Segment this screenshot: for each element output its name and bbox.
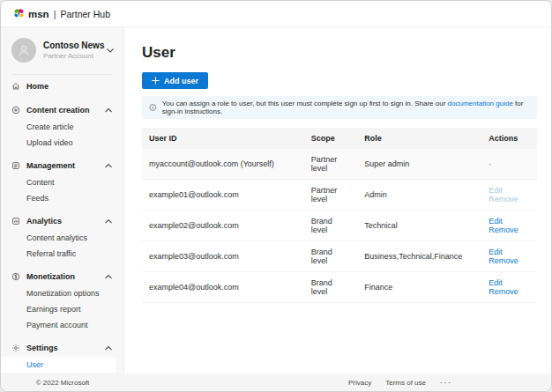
table-row: example01@outlook.com Partner level Admi… <box>142 180 537 211</box>
monetization-icon <box>11 272 20 281</box>
chevron-down-icon <box>106 47 115 54</box>
chevron-up-icon <box>104 218 113 225</box>
cell-user-id: example04@outlook.com <box>142 272 304 303</box>
documentation-guide-link[interactable]: documentation guide <box>448 100 513 107</box>
more-options-ellipsis[interactable]: ··· <box>440 379 452 387</box>
cell-role: Super admin <box>357 149 481 180</box>
analytics-icon <box>11 217 20 226</box>
table-row: myaccount@outlook.com (Yourself) Partner… <box>142 149 537 180</box>
chevron-up-icon <box>104 107 113 114</box>
sidebar-item-payment-account[interactable]: Payment account <box>1 317 123 333</box>
sidebar-divider <box>11 74 113 75</box>
top-app-bar: msn | Partner Hub <box>1 1 551 27</box>
table-row: example02@outlook.com Brand level Techni… <box>142 211 537 241</box>
banner-text-before: You can assign a role to user, but this … <box>162 100 448 107</box>
privacy-link[interactable]: Privacy <box>348 379 371 387</box>
remove-link-disabled: Remove <box>489 195 518 203</box>
cell-user-id: myaccount@outlook.com (Yourself) <box>142 149 304 180</box>
terms-of-use-link[interactable]: Terms of use <box>385 379 426 387</box>
sidebar-section-label: Settings <box>26 344 58 352</box>
sidebar-section-management[interactable]: Management <box>1 157 123 174</box>
sidebar-section-label: Analytics <box>26 217 62 226</box>
sidebar-item-content[interactable]: Content <box>1 174 123 190</box>
sidebar-item-monetization-options[interactable]: Monetization options <box>1 285 123 301</box>
brand-msn[interactable]: msn <box>28 9 49 19</box>
no-actions-dash: - <box>489 159 491 168</box>
sidebar-nav: Contoso News Partner Account Home <box>1 27 124 374</box>
sidebar-item-content-analytics[interactable]: Content analytics <box>1 230 123 246</box>
sidebar-section-label: Monetization <box>26 272 75 281</box>
main-content: User Add user You can assign a role to u… <box>124 27 551 374</box>
msn-butterfly-logo-icon <box>13 8 25 19</box>
settings-gear-icon <box>11 344 20 352</box>
plus-icon <box>152 77 160 85</box>
cell-scope: Brand level <box>304 211 357 241</box>
edit-link[interactable]: Edit <box>489 278 503 287</box>
avatar <box>11 38 36 63</box>
banner-text: You can assign a role to user, but this … <box>162 100 530 115</box>
cell-role: Admin <box>357 180 481 211</box>
add-user-button[interactable]: Add user <box>142 72 208 89</box>
cell-scope: Brand level <box>304 272 357 303</box>
sidebar-item-earnings-report[interactable]: Earnings report <box>1 301 123 317</box>
table-row: example04@outlook.com Brand level Financ… <box>142 272 537 303</box>
column-header-scope: Scope <box>304 128 357 149</box>
cell-scope: Partner level <box>304 149 357 180</box>
cell-role: Business,Technical,Finance <box>357 241 481 272</box>
cell-role: Technical <box>357 211 481 241</box>
chevron-up-icon <box>104 344 113 351</box>
table-header-row: User ID Scope Role Actions <box>142 128 537 149</box>
cell-role: Finance <box>357 272 481 303</box>
sidebar-section-analytics[interactable]: Analytics <box>1 212 123 230</box>
column-header-actions: Actions <box>481 128 537 149</box>
copyright-text: © 2022 Microsoft <box>1 379 124 387</box>
edit-link-disabled: Edit <box>489 186 503 195</box>
edit-link[interactable]: Edit <box>489 248 503 256</box>
chevron-up-icon <box>104 273 113 280</box>
add-circle-icon <box>11 106 20 115</box>
cell-user-id: example02@outlook.com <box>142 211 304 241</box>
partner-hub-window: msn | Partner Hub Contoso News Partner A… <box>0 0 552 392</box>
sidebar-section-settings[interactable]: Settings <box>1 339 123 357</box>
sidebar-item-feeds[interactable]: Feeds <box>1 190 123 206</box>
sidebar-section-label: Management <box>26 161 75 170</box>
sidebar-item-upload-video[interactable]: Upload video <box>1 135 123 151</box>
user-table: User ID Scope Role Actions myaccount@out… <box>142 128 537 303</box>
sidebar-item-create-article[interactable]: Create article <box>1 119 123 135</box>
info-banner: You can assign a role to user, but this … <box>142 96 537 119</box>
cell-scope: Brand level <box>304 241 357 272</box>
table-row: example03@outlook.com Brand level Busine… <box>142 241 537 272</box>
account-name: Contoso News <box>43 41 104 50</box>
sidebar-item-home[interactable]: Home <box>1 78 123 95</box>
remove-link[interactable]: Remove <box>489 256 518 265</box>
sidebar-section-label: Content creation <box>26 106 90 115</box>
cell-user-id: example01@outlook.com <box>142 180 304 211</box>
page-title: User <box>142 44 537 62</box>
sidebar-section-monetization[interactable]: Monetization <box>1 268 123 285</box>
info-icon <box>149 103 157 112</box>
management-icon <box>11 161 20 170</box>
person-icon <box>17 43 31 57</box>
column-header-role: Role <box>357 128 481 149</box>
brand-divider: | <box>54 9 56 19</box>
account-type: Partner Account <box>43 52 104 60</box>
sidebar-item-user[interactable]: User <box>1 357 116 373</box>
add-user-button-label: Add user <box>164 77 198 85</box>
chevron-up-icon <box>104 162 113 169</box>
cell-scope: Partner level <box>304 180 357 211</box>
column-header-user-id: User ID <box>142 128 304 149</box>
sidebar-item-referral-traffic[interactable]: Referral traffic <box>1 246 123 262</box>
account-switcher[interactable]: Contoso News Partner Account <box>1 27 123 70</box>
footer-bar: © 2022 Microsoft Privacy Terms of use ··… <box>1 374 551 391</box>
edit-link[interactable]: Edit <box>489 217 503 226</box>
remove-link[interactable]: Remove <box>489 226 518 234</box>
sidebar-section-content-creation[interactable]: Content creation <box>1 101 123 119</box>
sidebar-item-label: Home <box>26 82 48 91</box>
brand-product-name: Partner Hub <box>60 9 110 19</box>
remove-link[interactable]: Remove <box>489 287 518 296</box>
cell-user-id: example03@outlook.com <box>142 241 304 272</box>
home-icon <box>11 82 20 91</box>
